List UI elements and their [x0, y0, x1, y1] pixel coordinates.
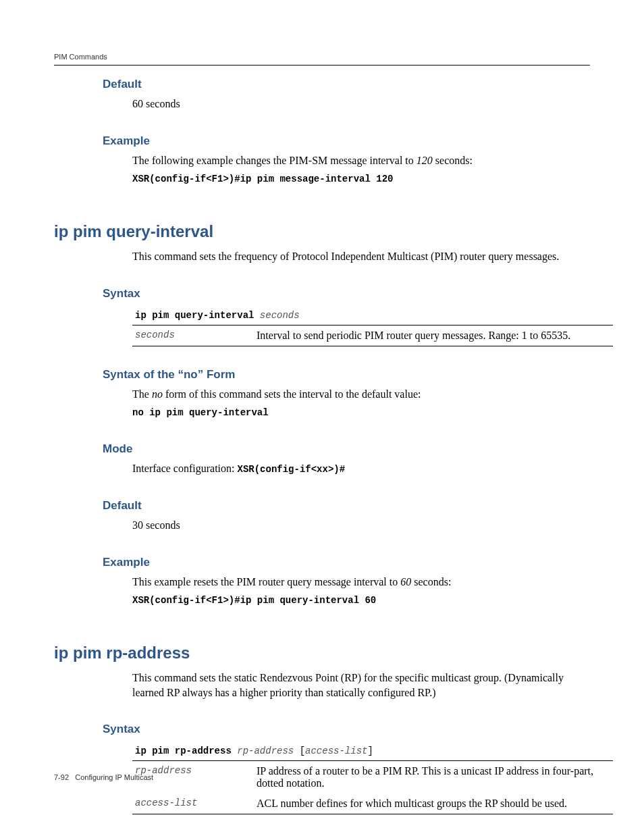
- default-heading-2: Default: [54, 499, 590, 513]
- syntax-param-name: seconds: [132, 325, 254, 346]
- command-heading-query-interval: ip pim query-interval: [54, 222, 590, 241]
- syntax2-cmd-i2: access-list: [305, 746, 367, 756]
- syntax-command-row: ip pim query-interval seconds: [132, 306, 613, 325]
- syntax-table-2: ip pim rp-address rp-address [access-lis…: [132, 741, 613, 814]
- example2-text-a: This example resets the PIM router query…: [132, 576, 400, 588]
- example-text-italic: 120: [417, 155, 433, 166]
- page-number: 7-92: [54, 773, 69, 781]
- running-header: PIM Commands: [54, 53, 590, 61]
- no-form-heading: Syntax of the “no” Form: [54, 368, 590, 382]
- no-form-text-b: form of this command sets the interval t…: [163, 388, 421, 400]
- syntax2-cmd-rb: ]: [367, 746, 373, 756]
- syntax-cmd-italic: seconds: [260, 310, 300, 321]
- syntax2-param-row-1: rp-address IP address of a router to be …: [132, 761, 613, 794]
- syntax2-cmd-i1: rp-address: [237, 746, 299, 756]
- syntax-param-row: seconds Interval to send periodic PIM ro…: [132, 325, 613, 346]
- command-description: This command sets the frequency of Proto…: [54, 249, 590, 264]
- syntax-cmd-bold: ip pim query-interval: [135, 310, 260, 321]
- header-rule: [54, 65, 590, 66]
- page: PIM Commands Default 60 seconds Example …: [0, 0, 644, 834]
- syntax-command-row-2: ip pim rp-address rp-address [access-lis…: [132, 741, 613, 761]
- section-example-heading: Example: [54, 134, 590, 148]
- command-description-2: This command sets the static Rendezvous …: [54, 671, 590, 700]
- syntax-heading-2: Syntax: [54, 723, 590, 736]
- mode-text-a: Interface configuration:: [132, 463, 237, 474]
- no-form-text: The no form of this command sets the int…: [54, 387, 590, 402]
- mode-text: Interface configuration: XSR(config-if<x…: [54, 461, 590, 476]
- example-text-a: The following example changes the PIM-SM…: [132, 155, 417, 166]
- example-text: The following example changes the PIM-SM…: [54, 153, 590, 168]
- no-form-code: no ip pim query-interval: [54, 407, 590, 419]
- syntax2-param2-name: access-list: [132, 793, 254, 814]
- no-form-text-italic: no: [152, 388, 163, 400]
- example-code: XSR(config-if<F1>)#ip pim message-interv…: [54, 173, 590, 186]
- default-value: 60 seconds: [54, 97, 590, 111]
- page-footer: 7-92 Configuring IP Multicast: [54, 773, 153, 781]
- example2-text-italic: 60: [400, 576, 411, 588]
- example-text-2: This example resets the PIM router query…: [54, 575, 590, 590]
- example-code-2: XSR(config-if<F1>)#ip pim query-interval…: [54, 594, 590, 607]
- syntax2-param2-desc: ACL number defines for which multicast g…: [254, 793, 613, 814]
- syntax2-param1-desc: IP address of a router to be a PIM RP. T…: [254, 761, 613, 794]
- syntax-param-desc: Interval to send periodic PIM router que…: [254, 325, 613, 346]
- footer-title: Configuring IP Multicast: [75, 773, 153, 781]
- mode-text-code: XSR(config-if<xx>)#: [237, 464, 345, 475]
- syntax2-cmd-lb: [: [300, 746, 305, 756]
- syntax2-cmd-bold: ip pim rp-address: [135, 746, 237, 756]
- section-default-heading: Default: [54, 78, 590, 91]
- example2-text-b: seconds:: [411, 576, 451, 588]
- syntax-table: ip pim query-interval seconds seconds In…: [132, 306, 613, 346]
- no-form-text-a: The: [132, 388, 152, 400]
- default-value-2: 30 seconds: [54, 518, 590, 533]
- command-heading-rp-address: ip pim rp-address: [54, 644, 590, 662]
- example-heading-2: Example: [54, 556, 590, 569]
- mode-heading: Mode: [54, 442, 590, 456]
- syntax2-param-row-2: access-list ACL number defines for which…: [132, 793, 613, 814]
- syntax-heading: Syntax: [54, 287, 590, 301]
- example-text-b: seconds:: [433, 155, 473, 166]
